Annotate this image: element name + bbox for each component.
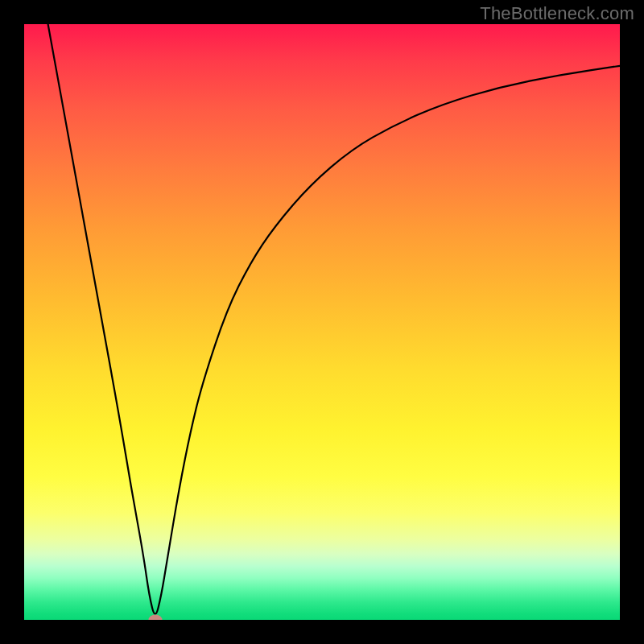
bottleneck-curve-path: [48, 24, 620, 614]
chart-plot-area: [24, 24, 620, 620]
watermark-text: TheBottleneck.com: [480, 3, 634, 24]
marker-dot: [148, 615, 162, 621]
curve-svg: [24, 24, 620, 620]
